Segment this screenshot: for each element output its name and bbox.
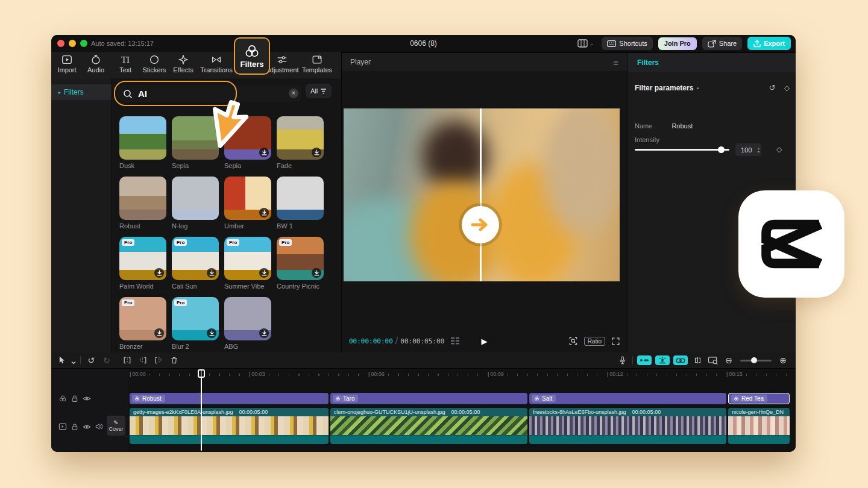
ratio-button[interactable]: Ratio — [584, 337, 605, 346]
preview-quality-icon[interactable] — [568, 336, 579, 346]
download-icon[interactable] — [259, 328, 269, 338]
layout-switcher[interactable]: ⌄ — [577, 39, 594, 48]
eye-icon[interactable] — [83, 395, 91, 402]
intensity-stepper[interactable]: ▴ ▾ — [758, 143, 760, 156]
inspector-tab-filters[interactable]: Filters — [637, 58, 659, 67]
filter-card[interactable]: Sepia — [172, 116, 219, 177]
filter-card[interactable]: Fade — [277, 116, 324, 177]
time-separator: / — [395, 336, 398, 346]
intensity-slider-thumb[interactable] — [718, 146, 725, 153]
shortcuts-button[interactable]: Shortcuts — [602, 37, 652, 50]
collapse-icon[interactable]: ▴ — [696, 85, 699, 90]
filter-clip-taro[interactable]: Taro — [330, 393, 527, 404]
download-icon[interactable] — [207, 268, 216, 278]
speaker-icon[interactable] — [95, 423, 103, 430]
delete-button[interactable] — [166, 354, 182, 366]
tab-audio[interactable]: Audio — [79, 54, 113, 78]
playhead[interactable] — [201, 370, 202, 451]
tab-templates[interactable]: Templates — [300, 54, 334, 78]
filter-clip-salt[interactable]: Salt — [529, 393, 726, 404]
tab-adjustment[interactable]: Adjustment — [265, 54, 299, 78]
timeline-preview-button[interactable] — [705, 354, 721, 366]
lock-icon[interactable] — [71, 423, 78, 431]
step-down-icon[interactable]: ▾ — [758, 150, 760, 154]
fullscreen-icon[interactable] — [611, 336, 621, 346]
filter-card[interactable]: ProCali Sun — [172, 237, 219, 297]
select-tool[interactable] — [54, 354, 69, 366]
arrow-right-icon: ▸ — [58, 90, 61, 95]
filter-card[interactable]: ProBronzer — [119, 297, 166, 357]
play-button[interactable]: ▶ — [482, 337, 488, 346]
redo-button[interactable]: ↻ — [99, 354, 115, 366]
filter-card[interactable]: Dusk — [119, 116, 166, 177]
tab-transitions[interactable]: Transitions — [200, 54, 233, 78]
lock-icon[interactable] — [71, 395, 78, 402]
reset-icon[interactable]: ↺ — [769, 83, 776, 92]
zoom-out-button[interactable]: ⊖ — [721, 354, 737, 366]
close-window-button[interactable] — [57, 40, 64, 47]
timeline-ruler[interactable]: |00:00 |00:03 |00:06 |00:09 |00:12 |00:1… — [130, 369, 796, 381]
main-track-magnet-toggle[interactable] — [637, 355, 652, 365]
tab-filters-active[interactable]: Filters — [234, 37, 270, 75]
playhead-handle[interactable] — [198, 369, 205, 378]
intensity-slider[interactable] — [635, 149, 729, 151]
download-icon[interactable] — [312, 268, 321, 278]
undo-button[interactable]: ↺ — [83, 354, 99, 366]
filter-card[interactable]: ABG — [224, 297, 271, 357]
all-filter-button[interactable]: All — [306, 84, 332, 98]
auto-snap-toggle[interactable] — [655, 355, 670, 365]
player-menu-icon[interactable]: ≡ — [613, 57, 618, 67]
filter-card[interactable]: Umber — [224, 177, 271, 237]
zoom-in-button[interactable]: ⊕ — [775, 354, 791, 366]
video-clip-3[interactable]: freestocks-8hAsLeE6Fbo-unsplash.jpg00:00… — [529, 408, 726, 444]
compare-divider[interactable] — [480, 108, 482, 281]
download-icon[interactable] — [259, 208, 269, 217]
filter-thumbnail — [277, 177, 324, 220]
download-icon[interactable] — [312, 148, 321, 157]
compare-toggle-button[interactable] — [462, 206, 499, 243]
timeline-zoom-slider[interactable] — [740, 360, 772, 361]
download-icon[interactable] — [154, 328, 164, 338]
keyframe-diamond-icon[interactable]: ◇ — [784, 84, 790, 92]
filter-clip-robust[interactable]: Robust — [130, 393, 329, 404]
filter-card[interactable]: ProSummer Vibe — [224, 237, 271, 297]
duration: 00:00:05:00 — [400, 337, 444, 345]
eye-icon[interactable] — [83, 424, 91, 430]
export-button[interactable]: Export — [747, 37, 791, 50]
download-icon[interactable] — [259, 148, 269, 157]
filter-card[interactable]: N-log — [172, 177, 219, 237]
cover-button[interactable]: ✎ Cover — [107, 416, 125, 436]
filter-clip-red-tea[interactable]: Red Tea — [728, 393, 790, 404]
download-icon[interactable] — [207, 328, 216, 338]
intensity-keyframe-icon[interactable]: ◇ — [776, 145, 782, 154]
video-clip-4[interactable]: nicole-geri-HnQe_DN — [728, 408, 790, 444]
filter-card[interactable]: BW 1 — [277, 177, 324, 237]
download-icon[interactable] — [259, 268, 269, 278]
zoom-window-button[interactable] — [80, 40, 87, 47]
video-clip-2[interactable]: clem-onojeghuo-GUTUCKSU1jU-unsplash.jpg0… — [330, 408, 527, 444]
filter-card[interactable]: Robust — [119, 177, 166, 237]
link-toggle[interactable] — [673, 355, 688, 365]
record-voiceover-button[interactable] — [614, 354, 630, 366]
download-icon[interactable] — [154, 268, 164, 278]
clear-search-button[interactable]: × — [289, 89, 298, 98]
split-view-button[interactable] — [690, 354, 705, 366]
delete-left-button[interactable] — [135, 354, 151, 366]
filter-card[interactable]: ProCountry Picnic — [277, 237, 324, 297]
filter-card[interactable]: ProBlur 2 — [172, 297, 219, 357]
sidebar-item-filters[interactable]: ▸ Filters — [51, 84, 112, 100]
join-pro-button[interactable]: Join Pro — [658, 37, 697, 50]
timeline-zoom-thumb[interactable] — [751, 357, 757, 363]
share-button[interactable]: Share — [702, 37, 742, 50]
intensity-value-box[interactable]: 100 ▴ ▾ — [735, 143, 761, 156]
delete-right-button[interactable] — [151, 354, 166, 366]
minimize-window-button[interactable] — [69, 40, 76, 47]
video-clip-1[interactable]: getty-images-e2kKxF0LE8A-unsplash.jpg00:… — [130, 408, 329, 444]
split-button[interactable] — [119, 354, 135, 366]
tab-effects[interactable]: Effects — [166, 54, 200, 78]
filter-card-label: Summer Vibe — [224, 283, 271, 290]
filter-card[interactable]: ProPalm World — [119, 237, 166, 297]
filter-card-label: Country Picnic — [277, 283, 324, 290]
select-tool-chevron[interactable]: ⌄ — [69, 354, 78, 366]
frames-view-icon[interactable] — [450, 337, 460, 345]
